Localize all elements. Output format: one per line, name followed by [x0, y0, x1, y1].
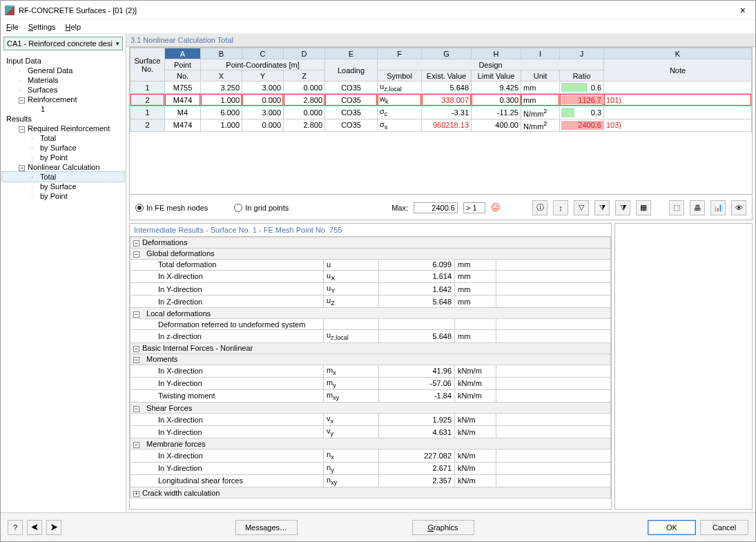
col-point-coords[interactable]: Point-Coordinates [m]: [201, 59, 325, 70]
col-point-no[interactable]: No.: [165, 70, 201, 81]
tree-reinf-1[interactable]: 1: [2, 104, 124, 114]
list-item[interactable]: In X-directionuX1.614mm: [130, 270, 611, 282]
list-item[interactable]: In Z-directionuZ5.648mm: [130, 296, 611, 308]
section-row[interactable]: − Local deformations: [130, 308, 611, 319]
tree-req-total[interactable]: ·Total: [2, 133, 124, 143]
messages-button[interactable]: Messages…: [235, 520, 298, 535]
col-y[interactable]: Y: [242, 70, 284, 81]
app-icon: [5, 6, 14, 15]
radio-grid-points[interactable]: In grid points: [234, 204, 289, 212]
list-item[interactable]: Twisting momentmxy-1.84kNm/m: [130, 389, 611, 402]
col-letter-f[interactable]: F: [378, 48, 422, 59]
tree-materials[interactable]: ·Materials: [2, 75, 124, 85]
tree-nl-by-point[interactable]: ·by Point: [2, 191, 124, 201]
graphics-button[interactable]: Graphics: [412, 520, 474, 535]
section-row[interactable]: − Global deformations: [130, 248, 611, 259]
sort-icon[interactable]: ↕: [553, 200, 568, 215]
close-icon[interactable]: ×: [735, 5, 751, 16]
menu-file[interactable]: File: [6, 23, 19, 31]
case-combo-text: CA1 - Reinforced concrete desi: [7, 39, 113, 48]
col-loading[interactable]: Loading: [325, 59, 378, 81]
tree-reinforcement[interactable]: −Reinforcement: [2, 95, 124, 104]
col-letter-a[interactable]: A: [165, 48, 201, 59]
col-letter-g[interactable]: G: [422, 48, 472, 59]
chart-icon[interactable]: 📊: [710, 200, 726, 215]
list-item[interactable]: In X-directionnx227.082kN/m: [130, 449, 611, 462]
menubar: File Settings Help: [1, 20, 755, 34]
table-row[interactable]: 1 M755 3.2503.0000.000 CO35 uz,local 5.6…: [130, 81, 752, 94]
select-icon[interactable]: ⬚: [669, 200, 684, 215]
col-letter-e[interactable]: E: [325, 48, 378, 59]
section-row[interactable]: −Deformations: [130, 237, 611, 248]
tree-nl-by-surface[interactable]: ·by Surface: [2, 182, 124, 191]
col-letter-h[interactable]: H: [472, 48, 521, 59]
table-row[interactable]: 1 M4 6.0003.0000.000 CO35 σc -3.31 -11.2…: [130, 106, 752, 119]
col-limit[interactable]: Limit Value: [472, 70, 521, 81]
col-z[interactable]: Z: [284, 70, 325, 81]
list-item[interactable]: In z-directionuz,local5.648mm: [130, 330, 611, 342]
col-design[interactable]: Design: [378, 59, 604, 70]
col-letter-c[interactable]: C: [242, 48, 284, 59]
col-symbol[interactable]: Symbol: [378, 70, 422, 81]
col-letter-j[interactable]: J: [560, 48, 604, 59]
section-row[interactable]: − Moments: [130, 354, 611, 365]
tree-results[interactable]: Results: [2, 114, 124, 124]
ok-button[interactable]: OK: [648, 520, 696, 535]
funnel-icon[interactable]: ⧩: [594, 200, 610, 215]
case-combo[interactable]: CA1 - Reinforced concrete desi ▾: [3, 37, 123, 50]
list-item[interactable]: In X-directionmx41.96kNm/m: [130, 365, 611, 377]
prev-icon[interactable]: ⮜: [27, 520, 42, 535]
section-row[interactable]: +Crack width calculation: [130, 487, 611, 499]
eye-icon[interactable]: 👁: [731, 200, 746, 215]
col-exist[interactable]: Exist. Value: [422, 70, 472, 81]
tree-surfaces[interactable]: ·Surfaces: [2, 85, 124, 95]
list-item[interactable]: In Y-directionvy4.631kN/m: [130, 426, 611, 438]
list-item[interactable]: In X-directionvx1.925kN/m: [130, 414, 611, 426]
col-surface-no[interactable]: SurfaceNo.: [130, 48, 165, 81]
cancel-button[interactable]: Cancel: [700, 520, 748, 535]
section-row[interactable]: − Shear Forces: [130, 403, 611, 414]
col-note[interactable]: Note: [604, 59, 752, 81]
gt-one[interactable]: > 1: [463, 202, 485, 213]
info-icon[interactable]: ⓘ: [532, 200, 547, 215]
col-ratio[interactable]: Ratio: [560, 70, 604, 81]
next-icon[interactable]: ⮞: [46, 520, 61, 535]
col-unit[interactable]: Unit: [521, 70, 560, 81]
print-icon[interactable]: 🖶: [690, 200, 705, 215]
section-row[interactable]: − Membrane forces: [130, 438, 611, 449]
tree-req-by-point[interactable]: ·by Point: [2, 153, 124, 162]
window-title: RF-CONCRETE Surfaces - [01 (2)]: [19, 6, 735, 14]
intermediate-title: Intermediate Results - Surface No. 1 - F…: [130, 224, 611, 236]
col-letter-d[interactable]: D: [284, 48, 325, 59]
section-row[interactable]: −Basic Internal Forces - Nonlinear: [130, 342, 611, 354]
tree-nonlinear[interactable]: −Nonlinear Calculation: [2, 162, 124, 172]
help-icon[interactable]: ?: [8, 520, 23, 535]
tree-general-data[interactable]: ·General Data: [2, 66, 124, 75]
list-item[interactable]: Total deformationu6.099mm: [130, 259, 611, 270]
list-item[interactable]: In Y-directionmy-57.06kNm/m: [130, 377, 611, 389]
intermediate-grid[interactable]: −Deformations− Global deformationsTotal …: [130, 236, 611, 509]
list-item[interactable]: Deformation referred to undeformed syste…: [130, 319, 611, 330]
list-item[interactable]: In Y-directionuY1.642mm: [130, 282, 611, 295]
view-icon[interactable]: ▦: [636, 200, 651, 215]
tree-req-by-surface[interactable]: ·by Surface: [2, 143, 124, 153]
menu-help[interactable]: Help: [66, 23, 81, 31]
radio-fe-nodes[interactable]: In FE mesh nodes: [135, 204, 208, 212]
col-letter-k[interactable]: K: [604, 48, 752, 59]
col-x[interactable]: X: [201, 70, 242, 81]
menu-settings[interactable]: Settings: [28, 23, 56, 31]
filter-icon[interactable]: ▽: [574, 200, 589, 215]
table-row[interactable]: 2 M474 1.0000.0002.800 CO35 σs 960218.13…: [130, 119, 752, 131]
col-letter-i[interactable]: I: [521, 48, 560, 59]
tree-input-data[interactable]: Input Data: [2, 56, 124, 66]
tree-nl-total[interactable]: ·Total: [2, 172, 124, 182]
list-item[interactable]: In Y-directionny2.671kN/m: [130, 462, 611, 474]
col-point[interactable]: Point: [165, 59, 201, 70]
list-item[interactable]: Longitudinal shear forcesnxy2.357kN/m: [130, 474, 611, 487]
table-row[interactable]: 2 M474 1.0000.0002.800 CO35 wk 338.007 0…: [130, 94, 752, 106]
results-grid[interactable]: SurfaceNo. A B C D E F G H I J K P: [130, 48, 752, 132]
filter-off-icon[interactable]: ⧩̸: [615, 200, 630, 215]
tree-required-reinforcement[interactable]: −Required Reinforcement: [2, 124, 124, 133]
max-value[interactable]: 2400.6: [414, 202, 458, 213]
col-letter-b[interactable]: B: [201, 48, 242, 59]
